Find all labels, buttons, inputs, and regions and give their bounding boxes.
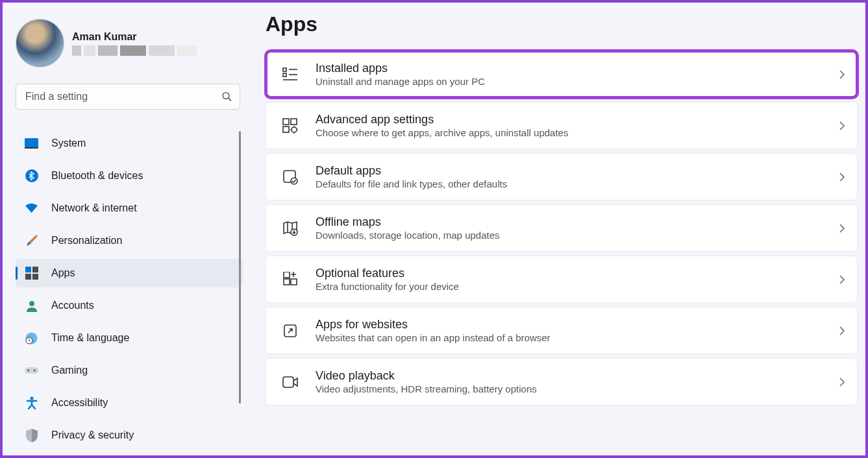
chevron-right-icon <box>839 274 845 285</box>
apps-icon <box>25 267 38 280</box>
chevron-right-icon <box>839 69 845 80</box>
svg-rect-3 <box>25 147 38 149</box>
sidebar-item-label: System <box>51 138 86 149</box>
app-check-icon <box>282 169 299 186</box>
sidebar: Aman Kumar System Bluetooth & devices <box>3 3 246 455</box>
svg-rect-12 <box>25 367 38 374</box>
sidebar-item-label: Personalization <box>51 235 122 247</box>
sidebar-item-accounts[interactable]: Accounts <box>16 291 243 320</box>
bluetooth-icon <box>25 169 38 183</box>
search-box[interactable] <box>16 84 240 110</box>
sidebar-item-label: Bluetooth & devices <box>51 170 143 182</box>
brush-icon <box>25 234 38 248</box>
map-download-icon <box>282 220 299 237</box>
card-title: Advanced app settings <box>316 113 839 127</box>
sidebar-item-label: Time & language <box>51 332 129 344</box>
card-video-playback[interactable]: Video playback Video adjustments, HDR st… <box>266 358 858 405</box>
svg-rect-30 <box>284 272 290 278</box>
card-subtitle: Downloads, storage location, map updates <box>316 230 839 241</box>
sidebar-item-accessibility[interactable]: Accessibility <box>16 389 243 417</box>
sidebar-item-label: Network & internet <box>51 202 137 214</box>
sidebar-item-gaming[interactable]: Gaming <box>16 356 243 385</box>
sidebar-item-privacy[interactable]: Privacy & security <box>16 421 243 450</box>
sidebar-item-time[interactable]: Time & language <box>16 324 243 352</box>
list-icon <box>282 66 299 83</box>
svg-rect-21 <box>283 119 289 125</box>
card-installed-apps[interactable]: Installed apps Uninstall and manage apps… <box>266 51 858 98</box>
card-subtitle: Websites that can open in an app instead… <box>316 332 839 343</box>
video-icon <box>282 374 299 391</box>
search-input[interactable] <box>16 84 240 110</box>
svg-rect-5 <box>25 267 31 272</box>
svg-rect-22 <box>291 119 297 125</box>
sidebar-item-apps[interactable]: Apps <box>16 259 243 287</box>
svg-line-1 <box>229 98 231 101</box>
chevron-right-icon <box>839 377 845 387</box>
system-icon <box>25 137 38 151</box>
sidebar-item-label: Gaming <box>51 365 88 376</box>
svg-rect-23 <box>283 127 289 132</box>
card-subtitle: Video adjustments, HDR streaming, batter… <box>316 383 839 394</box>
user-profile[interactable]: Aman Kumar <box>16 19 246 67</box>
card-title: Offline maps <box>316 215 839 229</box>
avatar <box>16 19 64 67</box>
svg-rect-16 <box>283 68 286 71</box>
svg-point-9 <box>29 301 34 306</box>
card-title: Optional features <box>316 267 839 280</box>
sidebar-scrollbar[interactable] <box>239 131 241 448</box>
app-plus-icon <box>282 271 299 288</box>
globe-clock-icon <box>25 331 38 345</box>
wifi-icon <box>25 202 38 215</box>
user-email-blurred <box>72 45 197 56</box>
main-content: Apps Installed apps Uninstall and manage… <box>246 3 865 455</box>
svg-point-14 <box>34 370 36 372</box>
open-external-icon <box>282 322 299 339</box>
svg-point-13 <box>27 370 29 372</box>
chevron-right-icon <box>839 121 845 131</box>
svg-point-24 <box>291 127 297 132</box>
sidebar-item-personalization[interactable]: Personalization <box>16 226 243 255</box>
sidebar-item-label: Accessibility <box>51 397 108 409</box>
search-icon <box>221 91 232 102</box>
card-title: Video playback <box>316 369 839 383</box>
card-apps-for-websites[interactable]: Apps for websites Websites that can open… <box>266 307 858 354</box>
card-default-apps[interactable]: Default apps Defaults for file and link … <box>266 153 858 200</box>
svg-rect-7 <box>25 274 31 280</box>
svg-rect-17 <box>283 73 286 77</box>
accessibility-icon <box>25 396 38 410</box>
sidebar-item-label: Privacy & security <box>51 429 134 441</box>
card-subtitle: Extra functionality for your device <box>316 281 839 292</box>
card-title: Apps for websites <box>316 318 839 331</box>
svg-rect-6 <box>32 267 38 272</box>
gamepad-icon <box>25 364 38 378</box>
sidebar-item-bluetooth[interactable]: Bluetooth & devices <box>16 162 243 190</box>
sidebar-item-system[interactable]: System <box>16 129 243 158</box>
svg-rect-32 <box>283 377 293 387</box>
svg-rect-28 <box>284 279 290 285</box>
app-gear-icon <box>282 117 299 134</box>
card-subtitle: Defaults for file and link types, other … <box>316 178 839 189</box>
svg-point-0 <box>223 93 229 99</box>
nav-list: System Bluetooth & devices Network & int… <box>16 129 243 450</box>
sidebar-item-network[interactable]: Network & internet <box>16 194 243 223</box>
person-icon <box>25 299 38 313</box>
card-advanced-app-settings[interactable]: Advanced app settings Choose where to ge… <box>266 102 858 149</box>
svg-point-15 <box>30 397 33 400</box>
card-offline-maps[interactable]: Offline maps Downloads, storage location… <box>266 204 858 252</box>
chevron-right-icon <box>839 223 845 234</box>
card-subtitle: Choose where to get apps, archive apps, … <box>316 127 839 138</box>
svg-rect-8 <box>32 274 38 280</box>
svg-rect-2 <box>25 138 38 147</box>
sidebar-item-label: Apps <box>51 267 75 279</box>
page-title: Apps <box>266 12 858 36</box>
card-subtitle: Uninstall and manage apps on your PC <box>316 76 839 87</box>
sidebar-item-label: Accounts <box>51 300 94 311</box>
card-title: Installed apps <box>316 62 839 75</box>
card-optional-features[interactable]: Optional features Extra functionality fo… <box>266 256 858 303</box>
svg-rect-29 <box>291 279 297 285</box>
shield-icon <box>25 429 38 442</box>
chevron-right-icon <box>839 326 845 336</box>
chevron-right-icon <box>839 172 845 182</box>
card-title: Default apps <box>316 164 839 178</box>
user-name: Aman Kumar <box>72 31 197 43</box>
